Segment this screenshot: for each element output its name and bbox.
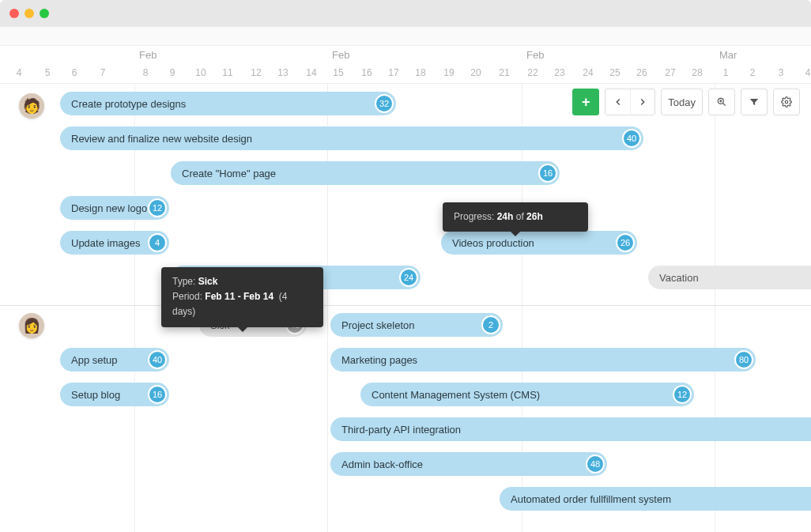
task-label: Vacation <box>659 272 699 284</box>
window-close-button[interactable] <box>9 9 19 18</box>
month-label: Feb <box>139 49 157 61</box>
tooltip-type-value: Sick <box>198 276 218 287</box>
task-hours-badge: 12 <box>148 198 167 217</box>
month-label: Feb <box>332 49 349 61</box>
today-button[interactable]: Today <box>661 89 703 115</box>
task-bar[interactable]: Design new logo12 <box>60 196 169 220</box>
chevron-right-icon <box>637 96 648 108</box>
date-pager[interactable] <box>605 89 655 115</box>
day-label: 27 <box>665 67 675 78</box>
task-bar[interactable]: Automated order fullfillment system <box>500 487 811 511</box>
header-strip <box>0 27 811 46</box>
day-label: 26 <box>636 67 647 78</box>
zoom-in-icon <box>716 96 727 108</box>
task-bar[interactable]: Create "Home" page16 <box>171 161 560 185</box>
day-label: 13 <box>277 67 288 78</box>
task-label: Setup blog <box>71 389 120 401</box>
tooltip-value: 24h <box>497 211 514 222</box>
next-button[interactable] <box>630 89 655 115</box>
task-hours-badge: 40 <box>148 350 167 369</box>
task-bar[interactable]: Admin back-office48 <box>330 452 607 476</box>
zoom-button[interactable] <box>708 89 735 115</box>
task-bar[interactable]: Update images4 <box>60 231 169 255</box>
task-hours-badge: 2 <box>481 315 500 334</box>
task-hours-badge: 24 <box>399 268 418 287</box>
task-label: Project skeleton <box>341 319 415 331</box>
month-label: Feb <box>526 49 544 61</box>
task-hours-badge: 12 <box>673 385 692 404</box>
day-label: 19 <box>443 67 454 78</box>
plus-icon: + <box>582 94 590 111</box>
task-bar[interactable]: Content Management System (CMS)12 <box>360 383 694 406</box>
prev-button[interactable] <box>605 89 630 115</box>
task-label: Third-party API integration <box>341 424 461 436</box>
task-label: Review and finalize new website design <box>71 133 252 145</box>
task-label: Admin back-office <box>341 458 423 470</box>
day-label: 5 <box>45 67 51 78</box>
task-hours-badge: 32 <box>375 94 394 113</box>
day-label: 3 <box>779 67 784 78</box>
gear-icon <box>781 96 792 108</box>
task-hours-badge: 48 <box>586 455 605 474</box>
task-label: Create prototype designs <box>71 98 186 110</box>
task-bar[interactable]: Marketing pages80 <box>330 348 756 372</box>
settings-button[interactable] <box>773 89 800 115</box>
avatar[interactable]: 👩 <box>19 313 44 338</box>
task-bar[interactable]: Vacation <box>648 266 811 289</box>
day-label: 21 <box>499 67 509 78</box>
window-minimize-button[interactable] <box>25 9 34 18</box>
task-hours-badge: 80 <box>734 350 753 369</box>
tooltip-arrow-icon <box>238 327 247 332</box>
task-bar[interactable]: App setup40 <box>60 348 169 372</box>
task-bar[interactable]: Setup blog16 <box>60 383 169 406</box>
day-label: 12 <box>251 67 261 78</box>
chevron-left-icon <box>613 96 624 108</box>
tooltip-period-label: Period: <box>172 291 205 302</box>
toolbar: + Today <box>572 89 800 115</box>
add-button[interactable]: + <box>572 89 599 115</box>
timeline-header: FebFebMarFeb 456789101112131415161718192… <box>0 46 811 84</box>
day-label: 6 <box>72 67 77 78</box>
gridline <box>715 84 715 532</box>
task-bar[interactable]: Third-party API integration <box>330 417 811 441</box>
tooltip-label: Progress: <box>454 211 497 222</box>
svg-line-1 <box>723 104 726 106</box>
day-label: 15 <box>333 67 343 78</box>
task-label: Design new logo <box>71 202 147 214</box>
window-maximize-button[interactable] <box>40 9 49 18</box>
task-hours-badge: 4 <box>148 233 167 252</box>
day-label: 16 <box>361 67 372 78</box>
day-label: 18 <box>415 67 425 78</box>
day-label: 25 <box>609 67 620 78</box>
day-label: 1 <box>723 67 729 78</box>
task-bar[interactable]: Videos production26 <box>441 231 637 255</box>
day-label: 4 <box>805 67 811 78</box>
filter-icon <box>749 96 760 108</box>
day-label: 23 <box>554 67 564 78</box>
avatar[interactable]: 🧑 <box>19 93 44 119</box>
svg-point-4 <box>785 100 788 104</box>
task-label: App setup <box>71 354 118 366</box>
day-label: 17 <box>388 67 398 78</box>
tooltip-arrow-icon <box>511 232 520 236</box>
gridline <box>134 84 135 532</box>
task-hours-badge: 16 <box>148 385 167 404</box>
today-label: Today <box>668 96 696 108</box>
window-titlebar <box>0 0 811 27</box>
day-label: 22 <box>527 67 538 78</box>
tooltip-period-value: Feb 11 - Feb 14 <box>205 291 273 302</box>
task-hours-badge: 40 <box>622 129 641 148</box>
task-label: Videos production <box>452 237 534 249</box>
task-label: Marketing pages <box>341 354 417 366</box>
task-bar[interactable]: Project skeleton2 <box>330 313 503 337</box>
day-label: 9 <box>170 67 175 78</box>
progress-tooltip: Progress: 24h of 26h <box>443 202 588 232</box>
task-hours-badge: 16 <box>538 164 557 183</box>
task-bar[interactable]: Review and finalize new website design40 <box>60 126 643 150</box>
month-label: Mar <box>719 49 737 61</box>
filter-button[interactable] <box>741 89 768 115</box>
task-label: Automated order fullfillment system <box>511 493 671 505</box>
day-label: 2 <box>750 67 756 78</box>
task-bar[interactable]: Create prototype designs32 <box>60 92 396 115</box>
gridline <box>327 84 328 532</box>
